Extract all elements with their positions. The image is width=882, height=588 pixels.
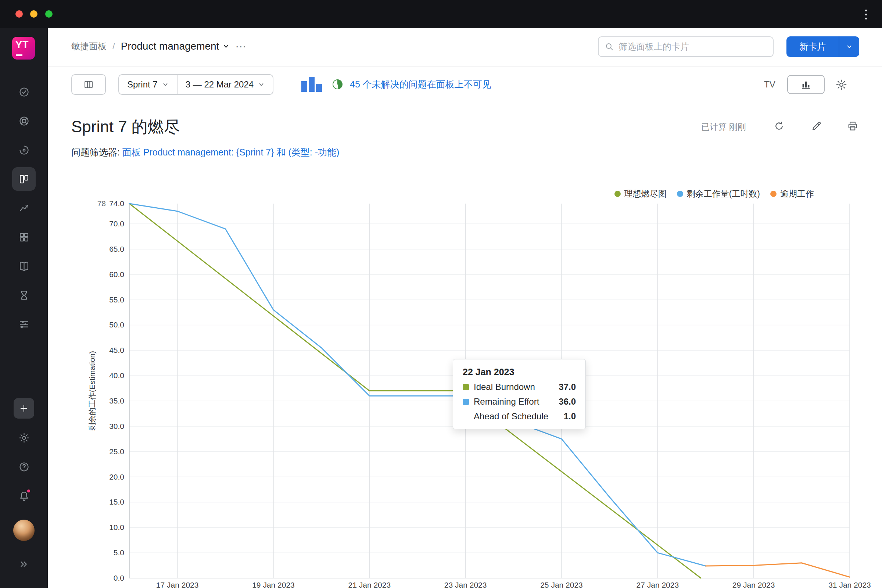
filter-query-link[interactable]: 面板 Product management: {Sprint 7} 和 (类型:… bbox=[122, 147, 339, 157]
double-chevron-right-icon bbox=[18, 559, 29, 570]
new-card-split-button: 新卡片 bbox=[786, 36, 859, 57]
chart-tooltip: 22 Jan 2023 Ideal Burndown 37.0 Remainin… bbox=[453, 359, 586, 429]
recalculate-button[interactable] bbox=[771, 118, 787, 134]
sidebar-item-reports[interactable] bbox=[12, 196, 36, 220]
svg-text:21 Jan 2023: 21 Jan 2023 bbox=[348, 580, 391, 588]
logo-text: YT bbox=[15, 39, 29, 51]
new-card-dropdown-button[interactable] bbox=[839, 36, 859, 57]
svg-text:40.0: 40.0 bbox=[109, 371, 124, 380]
svg-text:65.0: 65.0 bbox=[109, 245, 124, 253]
edit-report-button[interactable] bbox=[808, 118, 825, 134]
sidebar-item-timesheets[interactable] bbox=[12, 284, 36, 307]
knowledge-base-book-icon bbox=[18, 261, 30, 272]
window-titlebar bbox=[0, 0, 882, 28]
chevron-down-icon bbox=[846, 44, 853, 50]
svg-text:23 Jan 2023: 23 Jan 2023 bbox=[444, 580, 487, 588]
svg-text:74.0: 74.0 bbox=[109, 199, 124, 208]
chevron-down-icon bbox=[258, 81, 265, 88]
sidebar-item-knowledge-base[interactable] bbox=[12, 254, 36, 278]
tv-mode-button[interactable]: TV bbox=[764, 80, 776, 90]
svg-text:10.0: 10.0 bbox=[109, 523, 124, 531]
helpdesk-icon bbox=[18, 116, 30, 127]
svg-text:29 Jan 2023: 29 Jan 2023 bbox=[732, 580, 775, 588]
column-chart-icon bbox=[800, 79, 812, 90]
svg-text:15.0: 15.0 bbox=[109, 498, 124, 506]
sidebar-item-gantt[interactable] bbox=[12, 312, 36, 336]
gear-icon bbox=[18, 432, 30, 444]
tooltip-label: Remaining Effort bbox=[474, 396, 539, 407]
sprint-progress-donut-icon bbox=[333, 80, 342, 89]
breadcrumb-separator: / bbox=[112, 41, 115, 51]
sprint-date-range: 3 — 22 Mar 2024 bbox=[186, 80, 254, 90]
kebab-menu-icon[interactable] bbox=[859, 8, 873, 21]
projects-swirl-icon bbox=[18, 144, 30, 156]
card-filter-search[interactable] bbox=[598, 36, 774, 57]
sidebar-help-button[interactable] bbox=[12, 455, 36, 478]
breadcrumb-boards-link[interactable]: 敏捷面板 bbox=[71, 40, 106, 52]
sidebar-expand-button[interactable] bbox=[12, 552, 36, 576]
svg-text:27 Jan 2023: 27 Jan 2023 bbox=[636, 580, 679, 588]
backlog-toggle-button[interactable] bbox=[71, 74, 106, 95]
svg-text:25 Jan 2023: 25 Jan 2023 bbox=[540, 580, 583, 588]
tooltip-row-ahead: Ahead of Schedule 1.0 bbox=[463, 411, 576, 422]
tooltip-row-ideal: Ideal Burndown 37.0 bbox=[463, 382, 576, 392]
sidebar-settings-button[interactable] bbox=[12, 426, 36, 450]
sidebar-item-helpdesk[interactable] bbox=[12, 109, 36, 133]
sprint-progress-bars-icon bbox=[302, 76, 322, 92]
issue-filter-line: 问题筛选器: 面板 Product management: {Sprint 7}… bbox=[71, 146, 339, 158]
issues-check-icon bbox=[18, 86, 30, 98]
notification-badge bbox=[26, 488, 31, 494]
gantt-sliders-icon bbox=[18, 319, 30, 330]
sidebar-item-issues[interactable] bbox=[12, 80, 36, 104]
refresh-icon bbox=[774, 120, 784, 132]
agile-board-icon bbox=[18, 174, 30, 185]
sprint-dates-dropdown[interactable]: 3 — 22 Mar 2024 bbox=[177, 75, 273, 94]
tooltip-row-remaining: Remaining Effort 36.0 bbox=[463, 396, 576, 407]
breadcrumb: 敏捷面板 / Product management ⋯ bbox=[71, 37, 247, 56]
app-sidebar: YT bbox=[0, 28, 48, 588]
svg-text:35.0: 35.0 bbox=[109, 396, 124, 405]
new-card-button[interactable]: 新卡片 bbox=[786, 36, 838, 57]
calculated-status: 已计算 刚刚 bbox=[701, 121, 746, 133]
sprint-selector-group: Sprint 7 3 — 22 Mar 2024 bbox=[118, 74, 273, 95]
sidebar-item-dashboards[interactable] bbox=[12, 225, 36, 249]
filter-label: 问题筛选器: bbox=[71, 147, 120, 157]
close-window-button[interactable] bbox=[15, 10, 23, 18]
user-avatar[interactable] bbox=[13, 520, 34, 541]
search-input[interactable] bbox=[618, 42, 767, 52]
printer-icon bbox=[847, 120, 858, 132]
zoom-window-button[interactable] bbox=[45, 10, 52, 18]
sprint-name: Sprint 7 bbox=[127, 80, 158, 90]
sidebar-item-agile-boards[interactable] bbox=[12, 167, 36, 191]
board-name: Product management bbox=[121, 40, 219, 52]
chart-view-toggle-button[interactable] bbox=[787, 75, 825, 94]
youtrack-logo[interactable]: YT bbox=[12, 37, 35, 60]
board-columns-icon bbox=[83, 80, 94, 90]
tooltip-label: Ideal Burndown bbox=[474, 382, 535, 392]
minimize-window-button[interactable] bbox=[30, 10, 38, 18]
svg-text:25.0: 25.0 bbox=[109, 447, 124, 456]
unresolved-issues-link[interactable]: 45 个未解决的问题在面板上不可见 bbox=[350, 78, 491, 90]
sidebar-item-projects[interactable] bbox=[12, 138, 36, 162]
reports-trend-icon bbox=[18, 202, 30, 214]
tooltip-value: 37.0 bbox=[559, 382, 576, 392]
burndown-chart: 0.05.010.015.020.025.030.035.040.045.050… bbox=[48, 169, 882, 588]
create-button[interactable] bbox=[14, 398, 34, 418]
board-selector[interactable]: Product management bbox=[121, 40, 230, 52]
print-button[interactable] bbox=[844, 118, 861, 134]
svg-text:19 Jan 2023: 19 Jan 2023 bbox=[252, 580, 295, 588]
header-divider bbox=[48, 66, 882, 67]
sidebar-notifications-button[interactable] bbox=[12, 485, 36, 508]
svg-text:50.0: 50.0 bbox=[109, 321, 124, 329]
svg-text:78: 78 bbox=[98, 199, 106, 208]
board-settings-button[interactable] bbox=[833, 76, 850, 93]
svg-text:5.0: 5.0 bbox=[114, 548, 124, 557]
sprint-dropdown[interactable]: Sprint 7 bbox=[119, 75, 177, 94]
svg-text:30.0: 30.0 bbox=[109, 422, 124, 430]
timesheets-hourglass-icon bbox=[18, 290, 30, 301]
remaining-swatch-icon bbox=[463, 399, 469, 405]
svg-text:剩余的工作(Estimation): 剩余的工作(Estimation) bbox=[88, 351, 96, 431]
board-more-button[interactable]: ⋯ bbox=[235, 43, 247, 50]
dashboards-grid-icon bbox=[18, 231, 30, 243]
search-icon bbox=[604, 42, 614, 51]
